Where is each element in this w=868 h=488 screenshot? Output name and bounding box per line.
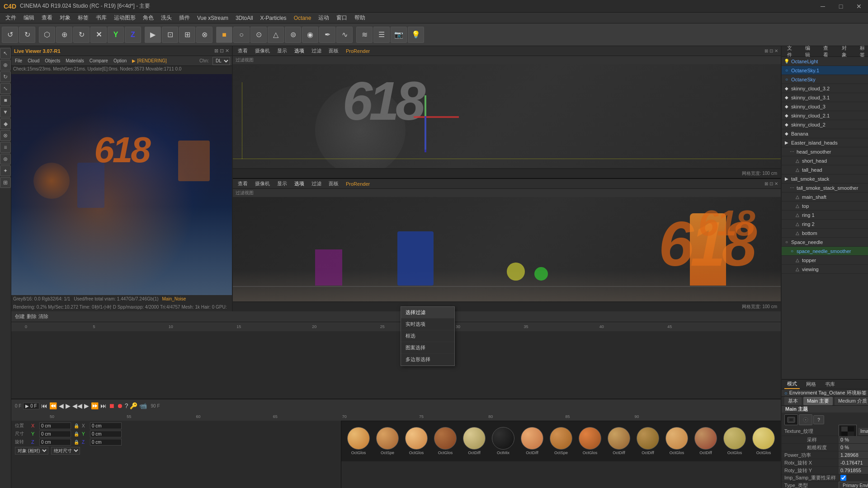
timeline-create-btn[interactable]: 创建 [15,313,25,320]
material-3[interactable]: OctGlos [403,427,430,455]
lv-file[interactable]: File [13,58,24,64]
menu-octane[interactable]: Octane [290,14,315,22]
vp-top-prorender[interactable]: ProRender [344,48,372,54]
minimize-button[interactable]: ─ [814,0,832,13]
material-4[interactable]: OctGlos [432,427,459,455]
maximize-button[interactable]: □ [832,0,850,13]
pb-keys[interactable]: 🔑 [130,402,137,409]
popup-item-box[interactable]: 框选 [401,330,454,342]
sidebar-mode3[interactable]: ◆ [0,118,11,129]
sidebar-mode2[interactable]: ▼ [0,107,11,117]
object-sphere[interactable]: ○ [233,27,250,43]
material-12[interactable]: OctGlos [663,427,690,455]
om-row-cloud3[interactable]: ◆ skinny_cloud_3 ✓ [782,102,868,111]
object-cone[interactable]: △ [268,27,284,43]
sidebar-move[interactable]: ⊕ [0,60,11,70]
vp-bot-filter[interactable]: 过滤 [309,180,324,188]
menu-mograph[interactable]: 运动图形 [110,13,139,23]
material-1[interactable]: OctGlos [345,427,372,455]
om-row-easter[interactable]: ▶ Easter_island_heads ✓ [782,138,868,147]
vp-bot-display[interactable]: 显示 [275,180,289,188]
om-row-tallsmokesm[interactable]: ⋯ tall_smoke_stack_smoother ✓ [782,183,868,192]
tool-y[interactable]: Y [108,27,124,43]
attrs-texture-value[interactable]: ImageTexture_图像纹理 [859,428,868,435]
sidebar-select[interactable]: ↖ [0,48,11,59]
render-btn[interactable]: ▶ [145,27,161,43]
vp-top-select[interactable]: 选项 [292,47,307,55]
timeline-clear-btn[interactable]: 清除 [38,313,48,320]
pb-anim[interactable]: 📹 [139,402,147,409]
spline-bezier[interactable]: ∿ [336,27,353,43]
lv-channel-select[interactable]: DL [212,57,230,65]
menu-vuexstream[interactable]: Vue xStream [193,14,232,22]
light-btn[interactable]: 💡 [408,27,424,43]
timeline-delete-btn[interactable]: 删除 [27,313,37,320]
object-cube[interactable]: ■ [216,27,232,43]
om-row-cloud2[interactable]: ◆ skinny_cloud_2 ✓ [782,120,868,129]
menu-washhead[interactable]: 洗头 [157,13,175,23]
om-row-ring2[interactable]: △ ring 2 ✓ [782,220,868,229]
lv-compare[interactable]: Compare [88,58,110,64]
om-row-cloud32[interactable]: ◆ skinny_cloud_3.2 ✓ [782,84,868,93]
vp-bot-prorender[interactable]: ProRender [344,181,372,187]
attrs-roughness-value[interactable]: 0 % [839,444,868,451]
om-row-spaceneedle[interactable]: ○ Space_needle ✓ [782,238,868,247]
pb-prev-key[interactable]: ⏪ [49,402,57,409]
vp-bot-panel[interactable]: 面板 [326,180,341,188]
material-11[interactable]: OctDiff [634,427,661,455]
popup-item-realtime[interactable]: 实时选项 [401,319,454,330]
sidebar-mode1[interactable]: ■ [0,95,11,106]
render-region[interactable]: ⊡ [162,27,178,43]
sidebar-scale[interactable]: ⤡ [0,83,11,94]
popup-item-filter[interactable]: 选择过滤 [401,307,454,319]
tool-select[interactable]: ⬡ [39,27,55,43]
menu-plugin[interactable]: 插件 [175,13,193,23]
attrs-sample-value[interactable]: 0 % [839,436,868,443]
pb-prev-frame[interactable]: ◀ [59,402,64,409]
lv-canvas[interactable]: 618 [11,74,232,295]
attrs-rotx-value[interactable]: -0.176471 [839,459,868,466]
tool-move[interactable]: ⊕ [56,27,72,43]
sidebar-snap[interactable]: ⊞ [0,177,11,188]
om-row-topper[interactable]: △ topper ✓ [782,256,868,265]
lv-objects[interactable]: Objects [43,58,62,64]
om-row-octanesky[interactable]: ○ OctaneSky ✓ [782,75,868,84]
pb-to-end[interactable]: ⏭ [100,402,107,409]
attrs-roty-value[interactable]: 0.791855 [839,467,868,474]
vp-top-filter[interactable]: 过滤 [309,47,324,55]
material-10[interactable]: OctDiff [605,427,632,455]
pb-record[interactable]: ⏺ [117,402,123,409]
attrs-tab-lib[interactable]: 书库 [822,380,838,389]
attrs-icon-2[interactable] [799,414,812,425]
sidebar-rotate[interactable]: ↻ [0,71,11,82]
attrs-tab-basic[interactable]: 基本 [784,397,802,405]
menu-window[interactable]: 窗口 [333,13,351,23]
om-row-mainshaft[interactable]: △ main_shaft ✓ [782,192,868,202]
om-row-banana[interactable]: ◆ Banana ✓ [782,129,868,138]
menu-character[interactable]: 角色 [139,13,157,23]
coord-size-select[interactable]: 绝对尺寸 [51,447,80,455]
vp-bot-view[interactable]: 查看 [236,180,250,188]
material-5[interactable]: OctDiff [461,427,488,455]
sidebar-mode7[interactable]: ✦ [0,165,11,176]
vp-bot-canvas[interactable]: 618 [233,197,781,301]
sidebar-mode5[interactable]: ≡ [0,142,11,153]
lv-rendering[interactable]: ▶ [RENDERING] [130,58,168,64]
y-pos-field[interactable] [39,431,71,437]
menu-edit[interactable]: 编辑 [20,13,38,23]
tool-rotate[interactable]: ↻ [73,27,90,43]
menu-3dtoall[interactable]: 3DtoAll [232,14,257,22]
vp-bot-select[interactable]: 选项 [292,180,307,188]
material-6[interactable]: OctMix [490,427,517,455]
material-2[interactable]: OctSpe [374,427,401,455]
om-row-short-head[interactable]: △ short_head ✓ [782,156,868,165]
menu-file[interactable]: 文件 [2,13,20,23]
om-row-ring1[interactable]: △ ring 1 ✓ [782,211,868,220]
lv-option[interactable]: Option [112,58,128,64]
om-row-cloud31[interactable]: ◆ skinny_cloud_3.1 ✓ [782,93,868,102]
attrs-tab-mesh[interactable]: 网格 [803,380,819,389]
attrs-tab-main[interactable]: Main 主要 [803,397,833,405]
lv-cloud[interactable]: Cloud [26,58,41,64]
sidebar-mode4[interactable]: ⊗ [0,130,11,141]
attrs-icon-1[interactable] [784,414,798,425]
